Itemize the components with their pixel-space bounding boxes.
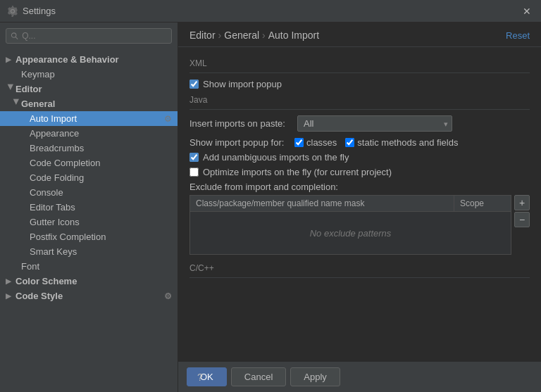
col-name-header: Class/package/member qualified name mask	[190, 196, 454, 211]
sidebar-item-general[interactable]: ▶ General	[0, 96, 178, 111]
sidebar-item-appearance[interactable]: Appearance	[0, 126, 178, 141]
breadcrumb-path: Editor › General › Auto Import	[189, 30, 319, 41]
arrow-icon: ▶	[6, 277, 15, 285]
sidebar-item-label: Keymap	[21, 69, 172, 80]
sidebar-item-font[interactable]: Font	[0, 259, 178, 274]
exclude-table-wrapper: Class/package/member qualified name mask…	[189, 195, 511, 255]
sidebar-item-label: Postfix Completion	[30, 232, 172, 242]
exclude-table-body: No exclude patterns	[190, 212, 511, 254]
help-button[interactable]: ?	[192, 369, 208, 385]
insert-imports-row: Insert imports on paste: All None Ask	[189, 115, 530, 132]
sidebar-item-label: Appearance & Behavior	[15, 54, 172, 65]
bottom-full: ? OK Cancel Apply	[187, 367, 533, 386]
optimize-imports-checkbox[interactable]	[189, 167, 199, 177]
breadcrumb-sep2: ›	[262, 30, 266, 41]
cancel-button[interactable]: Cancel	[231, 367, 286, 386]
show-import-popup-row: Show import popup for: classes static me…	[189, 137, 530, 148]
arrow-spacer	[20, 129, 30, 137]
classes-checkbox-group: classes	[294, 137, 337, 148]
show-import-popup-label: Show import popup for:	[189, 137, 292, 148]
arrow-spacer	[20, 248, 30, 255]
sidebar-item-appearance-behavior[interactable]: ▶ Appearance & Behavior	[0, 52, 178, 67]
java-divider	[189, 109, 530, 110]
insert-imports-select-wrapper[interactable]: All None Ask	[297, 115, 452, 132]
apply-button[interactable]: Apply	[290, 367, 340, 386]
table-buttons: + −	[514, 195, 530, 258]
static-label[interactable]: static methods and fields	[357, 137, 458, 148]
breadcrumb-sep1: ›	[218, 30, 222, 41]
add-pattern-button[interactable]: +	[514, 195, 530, 210]
sidebar-item-auto-import[interactable]: Auto Import ⚙	[0, 111, 178, 126]
sidebar-item-editor-tabs[interactable]: Editor Tabs	[0, 200, 178, 215]
add-unambiguous-label[interactable]: Add unambiguous imports on the fly	[203, 152, 349, 163]
sidebar-item-label: Code Style	[15, 291, 164, 301]
add-unambiguous-checkbox[interactable]	[189, 153, 199, 162]
optimize-imports-row: Optimize imports on the fly (for current…	[189, 167, 530, 177]
sidebar-tree: ▶ Appearance & Behavior Keymap ▶ Editor …	[0, 49, 178, 392]
sidebar-item-label: Color Scheme	[15, 276, 172, 286]
search-box[interactable]	[6, 28, 172, 44]
sidebar-item-editor[interactable]: ▶ Editor	[0, 82, 178, 96]
content-scroll: XML Show import popup Java Insert import…	[178, 50, 541, 361]
exclude-table-header: Class/package/member qualified name mask…	[190, 196, 511, 212]
col-scope-header: Scope	[454, 196, 511, 211]
gear-icon: ⚙	[164, 291, 172, 301]
xml-show-import-label[interactable]: Show import popup	[203, 79, 282, 89]
sidebar-item-code-folding[interactable]: Code Folding	[0, 170, 178, 185]
sidebar-item-smart-keys[interactable]: Smart Keys	[0, 244, 178, 259]
arrow-icon: ▶	[6, 56, 15, 63]
optimize-imports-label[interactable]: Optimize imports on the fly (for current…	[203, 167, 392, 177]
arrow-icon: ▶	[7, 84, 15, 94]
svg-line-1	[15, 37, 18, 39]
xml-section-label: XML	[189, 58, 530, 68]
breadcrumb-editor: Editor	[189, 30, 216, 41]
sidebar-item-console[interactable]: Console	[0, 185, 178, 200]
search-input[interactable]	[22, 31, 167, 41]
static-methods-checkbox[interactable]	[345, 138, 354, 147]
sidebar-item-postfix-completion[interactable]: Postfix Completion	[0, 229, 178, 244]
arrow-spacer	[20, 115, 30, 122]
sidebar-item-code-style[interactable]: ▶ Code Style ⚙	[0, 289, 178, 303]
sidebar-item-label: Font	[21, 261, 172, 272]
classes-checkbox[interactable]	[294, 138, 304, 147]
cpp-section-label: C/C++	[189, 263, 530, 273]
cpp-divider	[189, 277, 530, 278]
main-layout: ▶ Appearance & Behavior Keymap ▶ Editor …	[0, 23, 541, 392]
bottom-bar: ? OK Cancel Apply	[178, 361, 541, 392]
java-section-label: Java	[189, 95, 530, 105]
xml-show-import-checkbox[interactable]	[189, 80, 199, 89]
no-patterns-text: No exclude patterns	[310, 228, 392, 239]
sidebar-item-gutter-icons[interactable]: Gutter Icons	[0, 215, 178, 229]
sidebar-item-color-scheme[interactable]: ▶ Color Scheme	[0, 274, 178, 289]
sidebar-item-label: Code Folding	[30, 172, 172, 183]
sidebar-item-breadcrumbs[interactable]: Breadcrumbs	[0, 141, 178, 156]
svg-point-0	[11, 33, 15, 37]
arrow-spacer	[20, 159, 30, 167]
sidebar-item-code-completion[interactable]: Code Completion	[0, 156, 178, 170]
reset-button[interactable]: Reset	[506, 30, 530, 41]
sidebar-item-label: Breadcrumbs	[30, 143, 172, 153]
sidebar: ▶ Appearance & Behavior Keymap ▶ Editor …	[0, 23, 178, 392]
arrow-spacer	[20, 174, 30, 182]
xml-divider	[189, 72, 530, 73]
section-divider	[178, 46, 541, 47]
java-section: Java Insert imports on paste: All None A…	[189, 95, 530, 258]
arrow-icon: ▶	[6, 292, 15, 300]
arrow-spacer	[20, 233, 30, 241]
sidebar-item-label: Code Completion	[30, 158, 172, 168]
bottom-bar-buttons: OK Cancel Apply	[187, 367, 340, 386]
sidebar-item-keymap[interactable]: Keymap	[0, 67, 178, 82]
sidebar-item-label: Editor Tabs	[30, 202, 172, 213]
arrow-icon: ▶	[13, 99, 20, 109]
gear-icon: ⚙	[164, 114, 172, 124]
window-title: Settings	[23, 6, 56, 16]
insert-imports-label: Insert imports on paste:	[189, 118, 292, 129]
xml-show-import-row: Show import popup	[189, 79, 530, 89]
arrow-spacer	[20, 189, 30, 196]
remove-pattern-button[interactable]: −	[514, 212, 530, 227]
insert-imports-select[interactable]: All None Ask	[297, 115, 452, 132]
classes-label[interactable]: classes	[306, 137, 337, 148]
arrow-spacer	[20, 218, 30, 226]
close-button[interactable]: ✕	[520, 4, 534, 18]
sidebar-item-label: Appearance	[30, 128, 172, 139]
